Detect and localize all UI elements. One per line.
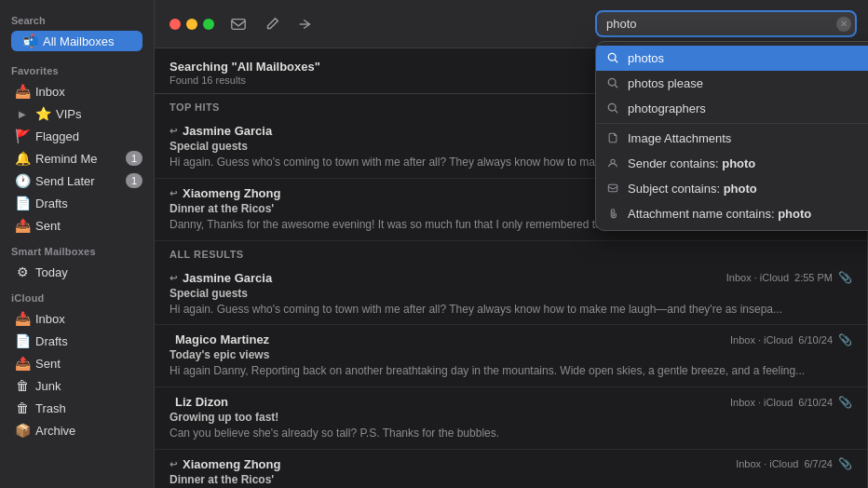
sidebar-item-sent[interactable]: 📤 Sent xyxy=(4,215,150,236)
content-area: ✕ photos xyxy=(155,0,868,488)
sidebar-item-remind-me[interactable]: 🔔 Remind Me 1 xyxy=(4,148,150,169)
search-input[interactable] xyxy=(595,10,857,37)
compose-icon xyxy=(264,16,280,33)
icloud-inbox-label: Inbox xyxy=(35,312,142,326)
send-later-badge: 1 xyxy=(126,173,142,188)
email-meta: Inbox · iCloud 2:55 PM 📎 xyxy=(726,271,852,284)
new-mail-button[interactable] xyxy=(225,11,251,37)
email-row-header: Magico Martinez Inbox · iCloud 6/10/24 📎 xyxy=(170,332,852,346)
table-row[interactable]: Magico Martinez Inbox · iCloud 6/10/24 📎… xyxy=(155,325,867,387)
sidebar: Search 📬 All Mailboxes Favorites 📥 Inbox… xyxy=(0,0,155,488)
all-mailboxes-icon: 📬 xyxy=(22,34,37,48)
search-clear-button[interactable]: ✕ xyxy=(836,17,851,32)
forward-icon xyxy=(297,16,314,33)
svg-point-4 xyxy=(611,159,615,163)
email-sender: ↩ Xiaomeng Zhong xyxy=(170,457,280,471)
vips-label: VIPs xyxy=(56,107,142,121)
remind-me-icon: 🔔 xyxy=(15,151,30,166)
autocomplete-item-4[interactable]: Sender contains: photo xyxy=(596,151,868,176)
sidebar-item-icloud-junk[interactable]: 🗑 Junk xyxy=(4,375,150,396)
search-suggestion-icon-2 xyxy=(607,102,620,115)
svg-rect-5 xyxy=(608,184,617,192)
reply-indicator: ↩ xyxy=(170,459,177,469)
table-row[interactable]: ↩ Jasmine Garcia Inbox · iCloud 2:55 PM … xyxy=(155,264,867,326)
remind-me-label: Remind Me xyxy=(35,152,120,166)
autocomplete-divider-1 xyxy=(596,123,868,124)
sidebar-item-send-later[interactable]: 🕐 Send Later 1 xyxy=(4,170,150,191)
maximize-button[interactable] xyxy=(203,19,214,30)
sent-icon: 📤 xyxy=(15,218,30,233)
autocomplete-item-5[interactable]: Subject contains: photo xyxy=(596,176,868,201)
icloud-label: iCloud xyxy=(0,283,154,307)
email-meta: Inbox · iCloud 6/10/24 📎 xyxy=(730,396,852,409)
send-later-label: Send Later xyxy=(35,174,120,188)
autocomplete-item-0[interactable]: photos xyxy=(596,46,868,71)
icloud-drafts-icon: 📄 xyxy=(15,333,30,348)
autocomplete-item-1[interactable]: photos please xyxy=(596,71,868,96)
vips-icon: ⭐ xyxy=(35,106,50,121)
icloud-junk-icon: 🗑 xyxy=(15,378,30,393)
attachment-icon: 📎 xyxy=(838,271,852,284)
sidebar-item-flagged[interactable]: 🚩 Flagged xyxy=(4,126,150,146)
autocomplete-text-5: Subject contains: photo xyxy=(628,182,757,196)
remind-me-badge: 1 xyxy=(126,151,142,166)
icloud-junk-label: Junk xyxy=(35,379,142,393)
sidebar-item-vips[interactable]: ▶ ⭐ VIPs xyxy=(4,103,150,124)
icloud-archive-icon: 📦 xyxy=(15,423,30,438)
email-mailbox: Inbox · iCloud xyxy=(730,397,793,408)
autocomplete-item-6[interactable]: Attachment name contains: photo xyxy=(596,201,868,226)
search-wrapper: ✕ photos xyxy=(595,10,857,37)
sidebar-item-icloud-inbox[interactable]: 📥 Inbox xyxy=(4,308,150,329)
table-row[interactable]: Liz Dizon Inbox · iCloud 6/10/24 📎 Growi… xyxy=(155,387,867,450)
email-mailbox: Inbox · iCloud xyxy=(730,334,793,346)
attachment-name-filter-icon xyxy=(607,208,620,221)
flagged-icon: 🚩 xyxy=(15,129,30,143)
icloud-sent-label: Sent xyxy=(35,357,142,371)
sidebar-item-icloud-trash[interactable]: 🗑 Trash xyxy=(4,398,150,418)
sidebar-item-today[interactable]: ⚙ Today xyxy=(4,262,150,282)
flagged-label: Flagged xyxy=(35,129,142,143)
email-sender: Magico Martinez xyxy=(170,332,269,346)
email-time: 2:55 PM xyxy=(794,272,833,283)
icloud-archive-label: Archive xyxy=(35,424,142,438)
sidebar-item-icloud-drafts[interactable]: 📄 Drafts xyxy=(4,331,150,351)
all-results-header: All Results xyxy=(155,241,867,264)
sidebar-item-icloud-sent[interactable]: 📤 Sent xyxy=(4,353,150,373)
more-button[interactable] xyxy=(292,11,319,37)
email-time: 6/7/24 xyxy=(804,458,833,469)
close-button[interactable] xyxy=(170,19,181,30)
sidebar-item-drafts[interactable]: 📄 Drafts xyxy=(4,193,150,213)
attachment-filter-icon xyxy=(607,132,620,145)
sender-filter-icon xyxy=(607,157,620,170)
icloud-inbox-icon: 📥 xyxy=(15,311,30,326)
autocomplete-text-0: photos xyxy=(628,51,664,65)
compose-button[interactable] xyxy=(259,11,285,37)
all-mailboxes-label: All Mailboxes xyxy=(43,34,135,48)
sidebar-item-icloud-archive[interactable]: 📦 Archive xyxy=(4,420,150,441)
vips-expand-icon: ▶ xyxy=(15,106,30,121)
table-row[interactable]: ↩ Xiaomeng Zhong Inbox · iCloud 6/7/24 📎… xyxy=(155,450,867,488)
reply-indicator: ↩ xyxy=(170,188,177,198)
autocomplete-item-2[interactable]: photographers xyxy=(596,96,868,121)
email-preview: Hi again. Guess who's coming to town wit… xyxy=(170,302,852,318)
email-time: 6/10/24 xyxy=(798,397,833,408)
autocomplete-item-3[interactable]: Image Attachments xyxy=(596,126,868,151)
email-time: 6/10/24 xyxy=(798,334,833,346)
svg-rect-0 xyxy=(232,19,245,29)
email-meta: Inbox · iCloud 6/7/24 📎 xyxy=(736,457,852,470)
attachment-icon: 📎 xyxy=(838,333,852,346)
sidebar-item-all-mailboxes[interactable]: 📬 All Mailboxes xyxy=(11,31,142,51)
email-sender: ↩ Jasmine Garcia xyxy=(170,124,272,138)
sidebar-item-inbox[interactable]: 📥 Inbox xyxy=(4,81,150,102)
toolbar: ✕ photos xyxy=(155,0,868,48)
smart-mailboxes-label: Smart Mailboxes xyxy=(0,237,154,261)
new-mail-icon xyxy=(230,16,247,33)
icloud-sent-icon: 📤 xyxy=(15,356,30,371)
email-row-header: Liz Dizon Inbox · iCloud 6/10/24 📎 xyxy=(170,395,852,409)
email-sender: Liz Dizon xyxy=(170,395,228,409)
email-row-header: ↩ Jasmine Garcia Inbox · iCloud 2:55 PM … xyxy=(170,271,852,285)
minimize-button[interactable] xyxy=(186,19,197,30)
autocomplete-text-2: photographers xyxy=(628,102,706,115)
email-preview: Can you believe she's already so tall? P… xyxy=(170,426,852,441)
reply-indicator: ↩ xyxy=(170,273,177,283)
